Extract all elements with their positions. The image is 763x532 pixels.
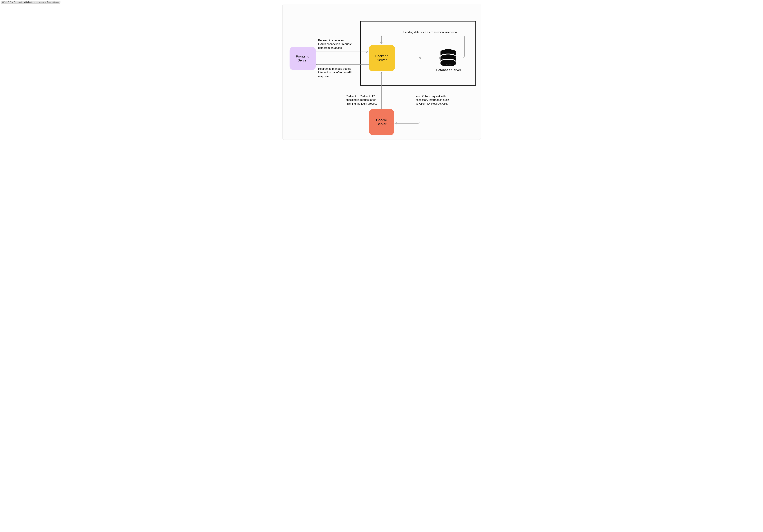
label-redirect-uri: Redirect to Redirect URI specified in re… bbox=[346, 94, 388, 106]
diagram-canvas: Frontend Server Backend Server Google Se… bbox=[282, 4, 481, 140]
label-sending-data: Sending data such as connection, user em… bbox=[403, 30, 466, 34]
node-database-label: Database Server bbox=[435, 68, 462, 72]
database-icon bbox=[438, 49, 458, 67]
label-redirect-manage: Redirect to manage google integration pa… bbox=[318, 67, 361, 78]
node-backend: Backend Server bbox=[369, 45, 395, 71]
node-frontend: Frontend Server bbox=[289, 47, 316, 70]
label-request-create: Request to create an OAuth connection / … bbox=[318, 39, 361, 50]
svg-point-4 bbox=[441, 60, 456, 64]
svg-point-2 bbox=[441, 54, 456, 59]
svg-point-0 bbox=[441, 49, 456, 54]
node-google: Google Server bbox=[369, 109, 394, 135]
label-send-oauth: send OAuth request with necessary inform… bbox=[416, 94, 458, 106]
diagram-title: OAuth 2 Flow Schematic - With frontend, … bbox=[1, 1, 60, 4]
